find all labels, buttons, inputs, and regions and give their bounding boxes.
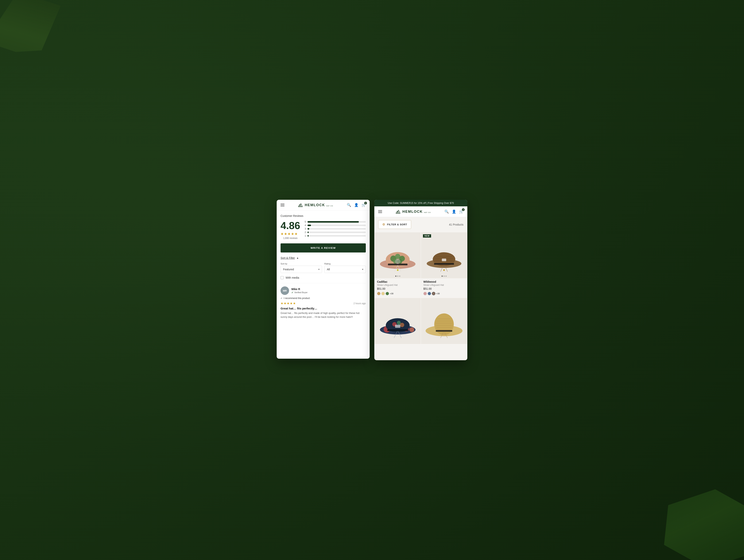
reviewer-initials: MR	[283, 289, 287, 292]
sort-by-dropdown[interactable]: Featured ▾	[281, 266, 322, 273]
product-price-cadillac: $51.00	[377, 287, 418, 290]
product-type-cadillac: Straw Lifeguard Hat	[377, 284, 418, 287]
with-media-label: With media	[286, 276, 299, 279]
rating-value: All	[327, 268, 330, 271]
product-card-tropical[interactable]	[375, 298, 421, 360]
svg-rect-25	[442, 259, 446, 261]
review-star-2: ★	[284, 301, 286, 305]
hat-image-cadillac	[378, 236, 417, 275]
dot-1	[395, 275, 397, 277]
svg-rect-24	[434, 263, 454, 265]
bar-4: 4	[304, 224, 366, 227]
dot-3w	[445, 275, 447, 277]
rating-summary: 4.86 ★ ★ ★ ★ ★ 1,690 reviews	[281, 221, 300, 239]
product-info-tropical	[375, 344, 421, 360]
search-icon[interactable]: 🔍	[347, 203, 351, 207]
star-3: ★	[288, 232, 291, 236]
svg-point-28	[443, 269, 445, 271]
review-stars-time: ★ ★ ★ ★ ★ 2 hours ago	[281, 301, 366, 305]
write-review-button[interactable]: WRITE A REVIEW	[281, 244, 366, 253]
bar-track-5	[307, 221, 366, 223]
swatch-1[interactable]	[377, 292, 380, 295]
rating-group: Rating All ▾	[324, 263, 366, 273]
bar-track-2	[307, 231, 366, 233]
cart-button[interactable]: 🛒 2	[362, 203, 366, 207]
reviewer-header: MR Mike R ✔ Verified Buyer	[281, 287, 366, 295]
shop-search-icon[interactable]: 🔍	[444, 210, 449, 214]
product-card-plain[interactable]	[421, 298, 467, 360]
review-star-5: ★	[293, 301, 296, 305]
logo-mountain-icon-right	[396, 210, 401, 214]
sort-filter-toggle[interactable]: Sort & Filter ▲	[281, 256, 366, 259]
menu-icon[interactable]	[281, 204, 285, 207]
shop-cart-count: 2	[462, 208, 464, 211]
product-info-wildwood: Wildwood Straw Lifeguard Hat $51.00 +30	[421, 278, 467, 298]
bar-5: 5	[304, 221, 366, 223]
review-item: MR Mike R ✔ Verified Buyer ✓ I recommend…	[281, 283, 366, 319]
swatch-3[interactable]	[385, 292, 389, 295]
product-card-cadillac[interactable]: Cadillac Straw Lifeguard Hat $51.00 +30	[375, 232, 421, 298]
product-card-wildwood[interactable]: NEW	[421, 232, 467, 298]
reviewer-name: Mike R	[291, 288, 307, 291]
bar-1: 1	[304, 234, 366, 237]
product-image-cadillac	[375, 232, 421, 278]
logo-subtitle-right: HAT CO	[424, 212, 431, 213]
star-4: ★	[291, 232, 294, 236]
star-1: ★	[281, 232, 284, 236]
swatch-2[interactable]	[381, 292, 385, 295]
promo-banner: Use Code: SUMMER15 for 15% off | Free Sh…	[374, 200, 467, 207]
review-screen: HEMLOCK HAT CO 🔍 👤 🛒 2 Customer Reviews …	[277, 200, 370, 359]
review-title: Great hat… fits perfectly…	[281, 307, 366, 310]
rating-label: Rating	[324, 263, 366, 265]
account-icon[interactable]: 👤	[354, 203, 359, 207]
product-grid: Cadillac Straw Lifeguard Hat $51.00 +30 …	[374, 232, 467, 360]
svg-point-14	[397, 269, 399, 271]
dot-2	[397, 275, 398, 277]
header-right-icons: 🔍 👤 🛒 2	[347, 203, 366, 207]
review-body: Great hat… fits perfectly and made of hi…	[281, 311, 366, 319]
sort-by-value: Featured	[283, 268, 294, 271]
shop-header-icons: 🔍 👤 🛒 2	[444, 210, 463, 214]
sort-by-label: Sort by	[281, 263, 322, 265]
star-2: ★	[284, 232, 287, 236]
swatch-w1[interactable]	[423, 292, 427, 295]
filter-sort-bar: ⚙ FILTER & SORT 41 Products	[374, 217, 467, 232]
svg-rect-51	[436, 330, 452, 332]
product-name-cadillac: Cadillac	[377, 280, 418, 283]
svg-point-34	[409, 327, 414, 332]
rating-dropdown[interactable]: All ▾	[324, 266, 366, 273]
svg-point-38	[400, 323, 404, 327]
rating-overview: 4.86 ★ ★ ★ ★ ★ 1,690 reviews 5	[281, 221, 366, 239]
bar-track-4	[307, 225, 366, 226]
hat-image-tropical	[378, 301, 417, 340]
swatch-w3[interactable]	[432, 292, 435, 295]
rating-arrow-icon: ▾	[362, 268, 363, 271]
reviews-title: Customer Reviews	[281, 214, 366, 217]
verified-badge: ✔ Verified Buyer	[291, 291, 307, 294]
shop-account-icon[interactable]: 👤	[452, 210, 456, 214]
product-image-wildwood: NEW	[421, 232, 467, 278]
swatch-w2[interactable]	[427, 292, 431, 295]
bar-2: 2	[304, 231, 366, 234]
color-swatches-wildwood: +30	[423, 292, 464, 295]
recommend-row: ✓ I recommend this product	[281, 297, 366, 300]
review-star-4: ★	[290, 301, 293, 305]
bar-track-1	[307, 235, 366, 236]
logo-text-left: HEMLOCK	[305, 203, 325, 207]
shop-menu-icon[interactable]	[378, 210, 382, 213]
review-stars: ★ ★ ★ ★ ★	[281, 301, 296, 305]
shop-cart-button[interactable]: 🛒 2	[459, 210, 463, 214]
dot-3	[399, 275, 400, 277]
with-media-row: With media	[281, 276, 366, 279]
dot-2w	[444, 275, 445, 277]
recommend-check-icon: ✓	[281, 297, 283, 300]
svg-point-15	[395, 259, 400, 264]
filter-sort-button[interactable]: ⚙ FILTER & SORT	[378, 220, 411, 229]
rating-number: 4.86	[281, 221, 300, 231]
chevron-up-icon: ▲	[296, 257, 299, 259]
with-media-checkbox[interactable]	[281, 276, 284, 279]
product-image-tropical	[375, 298, 421, 344]
bar-track-3	[307, 228, 366, 230]
bar-fill-4	[307, 225, 311, 226]
review-star-3: ★	[287, 301, 290, 305]
